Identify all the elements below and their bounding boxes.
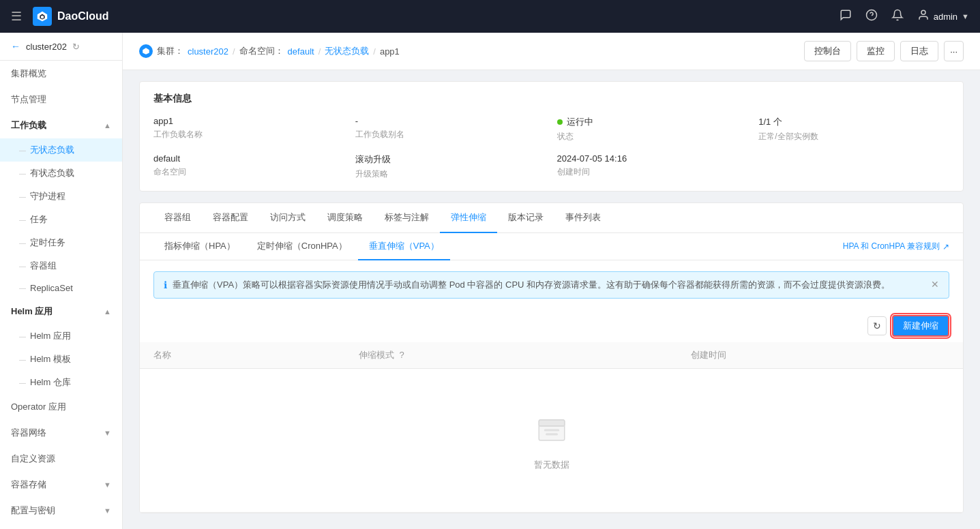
- cluster-name: cluster202: [26, 42, 67, 52]
- console-button[interactable]: 控制台: [804, 41, 851, 61]
- namespace-label: 命名空间: [153, 166, 344, 178]
- tab-container-config[interactable]: 容器配置: [202, 203, 259, 233]
- svg-marker-6: [143, 48, 149, 55]
- sidebar-item-helm-warehouse[interactable]: Helm 仓库: [0, 371, 122, 394]
- network-chevron: ▼: [104, 429, 111, 437]
- tabs-section: 容器组 容器配置 访问方式 调度策略 标签与注解 弹性伸缩 版本记录 事件列表 …: [139, 202, 964, 513]
- menu-icon[interactable]: ☰: [11, 9, 22, 24]
- sub-tab-cronhpa[interactable]: 定时伸缩（CronHPA）: [246, 233, 358, 260]
- cluster-breadcrumb-icon: [139, 44, 153, 58]
- workload-alias-label: 工作负载别名: [355, 129, 546, 140]
- sidebar-section-workload[interactable]: 工作负载 ▲: [0, 112, 122, 138]
- svg-rect-8: [539, 420, 565, 426]
- info-created-time: 2024-07-05 14:16 创建时间: [557, 153, 748, 180]
- logo-text: DaoCloud: [57, 10, 109, 22]
- namespace-value: default: [153, 153, 344, 164]
- log-button[interactable]: 日志: [900, 41, 938, 61]
- logo-icon: [33, 7, 52, 26]
- helm-chevron: ▲: [104, 307, 111, 316]
- sidebar-item-custom-resource[interactable]: 自定义资源: [0, 446, 122, 472]
- tab-scheduling-policy[interactable]: 调度策略: [316, 203, 374, 233]
- scaling-table: 名称 伸缩模式 ? 创建时间: [140, 342, 963, 513]
- tab-access-mode[interactable]: 访问方式: [259, 203, 316, 233]
- sub-tab-vpa[interactable]: 垂直伸缩（VPA）: [358, 233, 450, 260]
- main-tabs: 容器组 容器配置 访问方式 调度策略 标签与注解 弹性伸缩 版本记录 事件列表: [140, 203, 963, 233]
- col-scale-mode: 伸缩模式 ?: [345, 342, 677, 369]
- sidebar-item-replicaset[interactable]: ReplicaSet: [0, 277, 122, 299]
- info-namespace: default 命名空间: [153, 153, 344, 180]
- info-workload-name: app1 工作负载名称: [153, 116, 344, 142]
- sidebar-item-cluster-overview[interactable]: 集群概览: [0, 61, 122, 87]
- info-upgrade-strategy: 滚动升级 升级策略: [355, 153, 546, 180]
- workload-alias-value: -: [355, 116, 546, 126]
- created-time-label: 创建时间: [557, 166, 748, 178]
- tab-elastic-scaling[interactable]: 弹性伸缩: [440, 203, 497, 233]
- breadcrumb: 集群： cluster202 / 命名空间： default / 无状态负载 /…: [139, 44, 400, 58]
- chat-icon[interactable]: [840, 9, 852, 24]
- sidebar-item-operator-app[interactable]: Operator 应用: [0, 394, 122, 420]
- refresh-icon[interactable]: ↻: [72, 42, 80, 52]
- header-actions: 控制台 监控 日志 ···: [804, 41, 964, 61]
- sidebar-item-stateful-workload[interactable]: 有状态负载: [0, 162, 122, 185]
- info-instance-count: 1/1 个 正常/全部实例数: [758, 116, 949, 142]
- sidebar-item-stateless-workload[interactable]: 无状态负载: [0, 138, 122, 162]
- status-dot: [557, 119, 563, 125]
- user-dropdown-icon: ▼: [962, 12, 969, 20]
- sidebar-item-task[interactable]: 任务: [0, 208, 122, 231]
- tab-container-group[interactable]: 容器组: [153, 203, 202, 233]
- breadcrumb-namespace-link[interactable]: default: [288, 46, 314, 57]
- upgrade-strategy-label: 升级策略: [355, 168, 546, 180]
- cluster-selector[interactable]: ← cluster202 ↻: [0, 33, 122, 61]
- sidebar-item-container-group[interactable]: 容器组: [0, 254, 122, 277]
- more-button[interactable]: ···: [944, 41, 964, 61]
- user-name: admin: [934, 12, 957, 22]
- topbar-icons: admin ▼: [840, 9, 969, 24]
- sidebar-item-container-network[interactable]: 容器网络 ▼: [0, 420, 122, 446]
- sidebar-item-helm-app[interactable]: Helm 应用: [0, 324, 122, 348]
- tab-event-list[interactable]: 事件列表: [554, 203, 612, 233]
- instance-count-label: 正常/全部实例数: [758, 131, 949, 142]
- svg-rect-10: [544, 429, 559, 432]
- sub-tabs: 指标伸缩（HPA） 定时伸缩（CronHPA） 垂直伸缩（VPA） HPA 和 …: [140, 233, 963, 260]
- back-icon[interactable]: ←: [11, 41, 20, 52]
- new-scaling-button[interactable]: 新建伸缩: [892, 315, 949, 337]
- info-grid: app1 工作负载名称 - 工作负载别名 运行中 状态 1/1 个 正常/全部实…: [153, 116, 949, 180]
- breadcrumb-namespace-label: 命名空间：: [239, 45, 284, 57]
- help-icon[interactable]: [865, 9, 878, 24]
- content-area: 集群： cluster202 / 命名空间： default / 无状态负载 /…: [123, 33, 980, 529]
- info-status: 运行中 状态: [557, 116, 748, 142]
- user-menu[interactable]: admin ▼: [917, 9, 969, 24]
- breadcrumb-app-name: app1: [380, 46, 400, 57]
- empty-state: 暂无数据: [140, 369, 963, 512]
- status-label: 状态: [557, 131, 748, 142]
- breadcrumb-workload-link[interactable]: 无状态负载: [325, 45, 369, 57]
- info-placeholder: [758, 153, 949, 180]
- instance-count-value: 1/1 个: [758, 116, 949, 128]
- sidebar-item-node-management[interactable]: 节点管理: [0, 87, 122, 112]
- refresh-button[interactable]: ↻: [867, 316, 887, 335]
- sidebar-item-daemon-process[interactable]: 守护进程: [0, 185, 122, 208]
- tab-version-record[interactable]: 版本记录: [497, 203, 554, 233]
- alert-close-button[interactable]: ✕: [931, 279, 939, 290]
- sidebar-item-cron-task[interactable]: 定时任务: [0, 231, 122, 254]
- sidebar-item-container-storage[interactable]: 容器存储 ▼: [0, 472, 122, 498]
- basic-info-section: 基本信息 app1 工作负载名称 - 工作负载别名 运行中 状态: [139, 81, 964, 192]
- vpa-alert-text: 垂直伸缩（VPA）策略可以根据容器实际资源使用情况手动或自动调整 Pod 中容器…: [173, 279, 890, 291]
- sub-tab-hpa[interactable]: 指标伸缩（HPA）: [153, 233, 246, 260]
- col-help-icon: ?: [399, 350, 404, 360]
- empty-text: 暂无数据: [534, 459, 569, 471]
- tab-label-annotation[interactable]: 标签与注解: [374, 203, 440, 233]
- sidebar-section-helm[interactable]: Helm 应用 ▲: [0, 299, 122, 324]
- empty-icon: [531, 410, 572, 451]
- col-created-time: 创建时间: [677, 342, 963, 369]
- monitor-button[interactable]: 监控: [857, 41, 895, 61]
- table-toolbar: ↻ 新建伸缩: [140, 309, 963, 342]
- sidebar-item-helm-template[interactable]: Helm 模板: [0, 348, 122, 371]
- storage-chevron: ▼: [104, 481, 111, 489]
- breadcrumb-cluster-link[interactable]: cluster202: [188, 46, 228, 57]
- col-name: 名称: [140, 342, 345, 369]
- hpa-cronhpa-link[interactable]: HPA 和 CronHPA 兼容规则 ↗: [843, 241, 949, 252]
- sidebar-item-config-secret[interactable]: 配置与密钥 ▼: [0, 498, 122, 524]
- topbar: ☰ DaoCloud admin ▼: [0, 0, 980, 33]
- bell-icon[interactable]: [891, 9, 904, 24]
